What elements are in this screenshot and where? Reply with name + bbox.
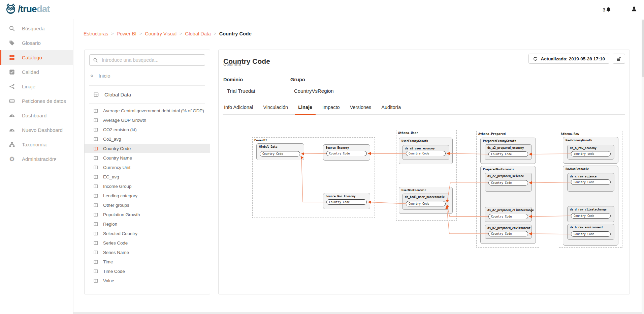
search-input[interactable] (101, 57, 201, 63)
list-item[interactable]: Average Central government debt total (%… (85, 106, 210, 115)
sidebar-item-peticiones[interactable]: Peticiones de datos (0, 94, 73, 108)
lineage-node-ds-c2-country-code[interactable]: Country Code (488, 180, 528, 185)
column-icon (93, 259, 98, 264)
sidebar-item-taxonomia[interactable]: Taxonomía (0, 137, 73, 152)
sidebar-item-nuevo-dashboard[interactable]: Nuevo Dashboard (0, 123, 73, 137)
list-item[interactable]: Average GDP Growth (85, 115, 210, 125)
column-icon (93, 146, 98, 151)
notification-count: 3 (603, 7, 605, 12)
breadcrumb-separator: > (180, 31, 182, 36)
column-icon (93, 231, 98, 236)
scrollbar[interactable] (642, 19, 644, 314)
breadcrumb-separator: > (214, 31, 216, 36)
breadcrumb-separator: > (111, 31, 114, 36)
column-icon (93, 165, 98, 170)
sitemap-icon (9, 141, 15, 148)
archive-icon (9, 98, 15, 104)
user-icon (631, 6, 637, 12)
sidebar-item-glosario[interactable]: Glosario (0, 36, 73, 50)
breadcrumb-link-estructuras[interactable]: Estructuras (84, 31, 108, 36)
list-item[interactable]: Series Name (85, 248, 210, 257)
gauge-icon (9, 112, 15, 119)
column-icon (93, 269, 98, 274)
divider (89, 103, 205, 104)
sidebar-item-calidad[interactable]: Calidad (0, 65, 73, 79)
main-content: Estructuras > Power BI > Country Visual … (73, 19, 644, 314)
tree-item-global-data[interactable]: Global Data (93, 89, 131, 100)
chevron-down-icon: ▾ (54, 157, 56, 161)
tag-icon (9, 40, 15, 46)
lineage-node-ds-a2-country-code[interactable]: Country Code (488, 151, 528, 157)
scrollbar-thumb[interactable] (642, 20, 644, 77)
breadcrumb: Estructuras > Power BI > Country Visual … (84, 31, 252, 36)
list-item-selected[interactable]: Country Code (85, 144, 210, 153)
list-item[interactable]: Income Group (85, 181, 210, 191)
list-item[interactable]: Other groups (85, 200, 210, 210)
list-item[interactable]: Currency Unit (85, 163, 210, 172)
list-item[interactable]: Time (85, 257, 210, 266)
list-item[interactable]: Co2_avg (85, 134, 210, 144)
lineage-node-ds-b-raw-country-code[interactable]: Country Code (571, 231, 611, 237)
breadcrumb-link-powerbi[interactable]: Power BI (117, 31, 136, 36)
user-menu-button[interactable] (631, 6, 637, 13)
search-box (89, 54, 205, 66)
column-icon (93, 212, 98, 217)
lineage-node-source-non-economy-country-code[interactable]: Country Code (326, 199, 367, 205)
sidebar-item-busqueda[interactable]: Búsqueda (0, 21, 73, 36)
sidebar-item-dashboard[interactable]: Dashboard (0, 108, 73, 123)
lineage-node-ds-a-raw-country-code[interactable]: country code (571, 151, 611, 156)
column-icon (93, 184, 98, 189)
list-item[interactable]: Value (85, 276, 210, 285)
list-item[interactable]: Region (85, 219, 210, 229)
top-bar: /truedat 3 (0, 0, 644, 19)
column-icon (93, 137, 98, 142)
column-icon (93, 278, 98, 283)
list-item[interactable]: Series Code (85, 238, 210, 248)
sidebar: Búsqueda Glosario Catálogo Calidad Linaj… (0, 19, 73, 314)
column-icon (93, 222, 98, 227)
share-icon (9, 83, 15, 90)
column-icon (93, 250, 98, 255)
divider (89, 85, 205, 86)
back-to-inicio[interactable]: « Inicio (90, 72, 110, 79)
lineage-node-global-data-country-code[interactable]: Country Code (260, 151, 300, 156)
column-icon (93, 203, 98, 208)
lineage-node-ds-d-raw-country-code[interactable]: Country Code (571, 213, 611, 219)
lineage-node-ds-a3-country-code[interactable]: Country Code (406, 151, 446, 156)
breadcrumb-link-country-visual[interactable]: Country Visual (145, 31, 176, 36)
breadcrumb-link-global-data[interactable]: Global Data (185, 31, 211, 36)
structure-detail-panel: Country Code Columna Actualizada: 2019-0… (218, 50, 630, 294)
column-icon (93, 174, 98, 179)
logo[interactable]: /truedat (5, 3, 50, 15)
footer-strip (73, 312, 644, 314)
list-item[interactable]: Selected Country (85, 229, 210, 238)
breadcrumb-current: Country Code (219, 31, 252, 36)
column-icon (93, 240, 98, 246)
column-icon (93, 127, 98, 132)
sidebar-item-catalogo[interactable]: Catálogo (0, 50, 73, 65)
lineage-node-source-economy-country-code[interactable]: Country Code (326, 151, 367, 156)
search-icon (9, 25, 15, 32)
column-icon (93, 155, 98, 161)
column-icon (93, 108, 98, 113)
list-item[interactable]: Time Code (85, 266, 210, 276)
lineage-node-ds-c-raw-country-code[interactable]: Country Code (571, 179, 611, 185)
notifications-button[interactable]: 3 (603, 7, 611, 12)
column-list: Average Central government debt total (%… (85, 106, 210, 285)
lineage-node-ds-b2-country-code[interactable]: Country Code (488, 231, 528, 236)
column-icon (93, 118, 98, 123)
sidebar-item-linaje[interactable]: Linaje (0, 79, 73, 94)
grid-icon (9, 54, 15, 61)
owl-logo-icon (5, 3, 17, 15)
structure-explorer-panel: « Inicio Global Data Average Central gov… (84, 50, 210, 294)
lineage-node-ds-d2-country-code[interactable]: Country Code (488, 214, 528, 219)
list-item[interactable]: Country Name (85, 153, 210, 163)
sidebar-item-administracion[interactable]: ⚙ Administración ▾ (0, 152, 73, 166)
list-item[interactable]: CO2 emision (kt) (85, 125, 210, 134)
list-item[interactable]: EC_avg (85, 172, 210, 181)
search-icon (93, 58, 98, 63)
list-item[interactable]: Population Growth (85, 210, 210, 219)
list-item[interactable]: Lending category (85, 191, 210, 200)
lineage-node-ds-bcd3-country-code[interactable]: Country Code (406, 201, 446, 206)
double-chevron-left-icon: « (90, 72, 93, 79)
